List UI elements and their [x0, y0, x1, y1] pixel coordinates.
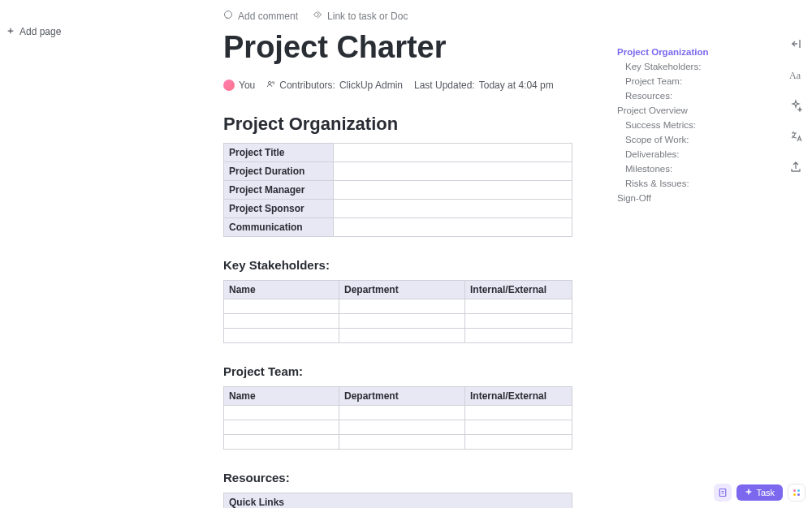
section-resources-heading[interactable]: Resources: — [223, 471, 572, 484]
table-row: Project Duration — [224, 162, 572, 181]
outline-item[interactable]: Key Stakeholders: — [617, 59, 780, 74]
table-row — [224, 435, 572, 450]
typography-icon[interactable]: Aa — [788, 67, 804, 83]
table-cell[interactable] — [465, 329, 572, 343]
right-tools: Aa — [788, 36, 804, 175]
comment-icon — [223, 10, 233, 22]
table-cell[interactable] — [334, 181, 572, 200]
section-team-heading[interactable]: Project Team: — [223, 364, 572, 378]
table-cell[interactable] — [465, 420, 572, 435]
org-label[interactable]: Project Duration — [224, 162, 334, 181]
table-cell[interactable] — [339, 329, 465, 343]
outline-item[interactable]: Project Organization — [617, 45, 780, 59]
stakeholders-table[interactable]: Name Department Internal/External — [223, 280, 572, 343]
org-label[interactable]: Project Manager — [224, 181, 334, 200]
note-button[interactable] — [714, 484, 732, 502]
svg-text:Aa: Aa — [789, 70, 801, 81]
resources-table[interactable]: Quick Links — [223, 493, 572, 508]
author-label: You — [239, 80, 255, 91]
table-row — [224, 299, 572, 314]
contributors-label: Contributors: — [279, 80, 335, 91]
table-row: Project Manager — [224, 181, 572, 200]
link-to-label: Link to task or Doc — [327, 11, 408, 22]
org-label[interactable]: Project Title — [224, 144, 334, 162]
table-cell[interactable] — [224, 299, 339, 314]
plus-icon — [745, 488, 753, 497]
table-cell[interactable] — [339, 406, 465, 420]
link-icon — [313, 10, 322, 22]
table-header-row: Name Department Internal/External — [224, 281, 572, 299]
table-cell[interactable] — [334, 218, 572, 237]
table-cell[interactable] — [224, 329, 339, 343]
contributors-chip[interactable]: Contributors: ClickUp Admin — [266, 80, 403, 91]
team-table[interactable]: Name Department Internal/External — [223, 386, 572, 450]
table-cell[interactable] — [465, 406, 572, 420]
table-cell[interactable] — [339, 314, 465, 329]
outline-item[interactable]: Resources: — [617, 88, 780, 103]
page-title[interactable]: Project Charter — [223, 30, 572, 65]
author-chip[interactable]: You — [223, 80, 255, 91]
sparkle-icon[interactable] — [788, 97, 804, 114]
table-cell[interactable] — [224, 420, 339, 435]
table-row — [224, 329, 572, 343]
plus-icon — [6, 26, 15, 37]
table-cell[interactable] — [465, 435, 572, 450]
table-cell[interactable] — [224, 406, 339, 420]
table-row — [224, 314, 572, 329]
add-page-label: Add page — [19, 26, 61, 37]
table-cell[interactable] — [224, 314, 339, 329]
outline-item[interactable]: Sign-Off — [617, 191, 780, 205]
table-cell[interactable] — [334, 144, 572, 162]
table-row — [224, 406, 572, 420]
table-cell[interactable] — [334, 162, 572, 181]
outline-item[interactable]: Success Metrics: — [617, 118, 780, 132]
outline-item[interactable]: Scope of Work: — [617, 132, 780, 147]
last-updated: Last Updated: Today at 4:04 pm — [414, 80, 554, 91]
collapse-icon[interactable] — [788, 36, 804, 52]
table-header-row: Name Department Internal/External — [224, 387, 572, 406]
col-header[interactable]: Department — [339, 387, 465, 406]
table-cell[interactable] — [339, 299, 465, 314]
table-header-row: Quick Links — [224, 493, 572, 509]
table-cell[interactable] — [339, 420, 465, 435]
top-actions-bar: Add comment Link to task or Doc — [223, 10, 572, 22]
org-label[interactable]: Communication — [224, 218, 334, 237]
table-cell[interactable] — [465, 299, 572, 314]
org-label[interactable]: Project Sponsor — [224, 200, 334, 218]
col-header[interactable]: Department — [339, 281, 465, 299]
meta-row: You Contributors: ClickUp Admin Last Upd… — [223, 80, 572, 91]
contributors-value: ClickUp Admin — [339, 80, 403, 91]
org-table[interactable]: Project Title Project Duration Project M… — [223, 143, 572, 237]
add-page-button[interactable]: Add page — [6, 26, 61, 37]
add-comment-label: Add comment — [238, 11, 298, 22]
outline-item[interactable]: Project Overview — [617, 103, 780, 118]
outline-item[interactable]: Milestones: — [617, 161, 780, 176]
table-row: Project Title — [224, 144, 572, 162]
col-header[interactable]: Quick Links — [224, 493, 572, 509]
table-cell[interactable] — [334, 200, 572, 218]
outline-item[interactable]: Risks & Issues: — [617, 176, 780, 191]
table-cell[interactable] — [339, 435, 465, 450]
updated-label: Last Updated: — [414, 80, 475, 91]
task-button[interactable]: Task — [736, 484, 783, 501]
people-icon — [266, 80, 275, 91]
link-to-button[interactable]: Link to task or Doc — [313, 10, 408, 22]
outline-panel: Project OrganizationKey Stakeholders:Pro… — [617, 45, 780, 205]
add-comment-button[interactable]: Add comment — [223, 10, 298, 22]
section-org-heading[interactable]: Project Organization — [223, 114, 572, 135]
table-cell[interactable] — [224, 435, 339, 450]
col-header[interactable]: Internal/External — [465, 281, 572, 299]
svg-point-0 — [269, 81, 271, 84]
document-body: Add comment Link to task or Doc Project … — [223, 10, 572, 508]
outline-item[interactable]: Project Team: — [617, 74, 780, 88]
col-header[interactable]: Name — [224, 387, 339, 406]
table-row: Communication — [224, 218, 572, 237]
col-header[interactable]: Name — [224, 281, 339, 299]
share-icon[interactable] — [788, 159, 804, 175]
outline-item[interactable]: Deliverables: — [617, 147, 780, 161]
table-cell[interactable] — [465, 314, 572, 329]
col-header[interactable]: Internal/External — [465, 387, 572, 406]
section-stakeholders-heading[interactable]: Key Stakeholders: — [223, 258, 572, 272]
translate-icon[interactable] — [788, 128, 804, 144]
apps-button[interactable] — [788, 484, 806, 502]
